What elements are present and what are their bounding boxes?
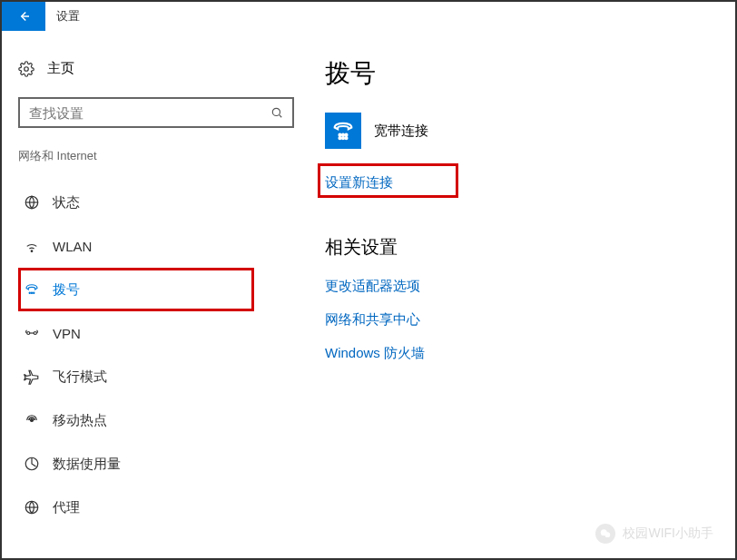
sidebar-item-dialup[interactable]: 拨号 (18, 268, 294, 311)
nav-home-label: 主页 (47, 60, 74, 77)
sidebar-item-wlan[interactable]: WLAN (18, 224, 294, 268)
svg-point-17 (342, 134, 344, 136)
svg-point-2 (272, 108, 280, 115)
back-button[interactable] (2, 2, 45, 31)
dialup-icon (24, 281, 40, 298)
sidebar-item-status[interactable]: 状态 (18, 181, 294, 224)
title-bar: 设置 (2, 2, 735, 31)
sidebar-item-label: WLAN (53, 239, 92, 254)
search-field[interactable] (29, 105, 270, 121)
window-title: 设置 (56, 8, 80, 25)
sidebar-item-hotspot[interactable]: 移动热点 (18, 398, 294, 442)
svg-point-21 (345, 137, 347, 139)
sidebar-item-label: 状态 (53, 194, 80, 211)
proxy-icon (24, 499, 40, 516)
wifi-icon (24, 238, 40, 254)
link-sharing-center[interactable]: 网络和共享中心 (325, 311, 420, 329)
link-new-connection[interactable]: 设置新连接 (325, 174, 393, 192)
search-icon (270, 106, 283, 119)
svg-point-9 (34, 292, 34, 293)
sidebar-item-label: 飞行模式 (53, 368, 107, 386)
sidebar-item-label: 拨号 (53, 281, 80, 299)
hotspot-icon (24, 412, 40, 428)
related-settings-title: 相关设置 (325, 235, 717, 260)
svg-line-3 (280, 115, 282, 118)
nav-home[interactable]: 主页 (18, 56, 294, 81)
svg-point-7 (29, 292, 30, 293)
gear-icon (18, 61, 34, 77)
svg-point-11 (34, 332, 36, 335)
broadband-icon (325, 113, 361, 149)
sidebar-item-label: VPN (53, 326, 81, 341)
link-adapter-options[interactable]: 更改适配器选项 (325, 278, 420, 295)
watermark-text: 校园WIFI小助手 (623, 526, 713, 542)
page-title: 拨号 (325, 56, 717, 91)
arrow-left-icon (15, 8, 32, 25)
svg-point-18 (345, 134, 347, 136)
connection-item[interactable]: 宽带连接 (325, 113, 717, 149)
sidebar-item-datausage[interactable]: 数据使用量 (18, 442, 294, 486)
svg-point-16 (339, 134, 340, 136)
sidebar-category: 网络和 Internet (18, 148, 294, 164)
sidebar: 主页 网络和 Internet 状态 WLAN (2, 31, 310, 558)
sidebar-item-vpn[interactable]: VPN (18, 311, 294, 355)
globe-icon (24, 194, 40, 211)
sidebar-item-proxy[interactable]: 代理 (18, 486, 294, 529)
connection-label: 宽带连接 (374, 123, 428, 140)
airplane-icon (24, 368, 40, 385)
svg-point-6 (31, 251, 33, 252)
sidebar-item-label: 代理 (53, 499, 80, 516)
sidebar-item-airplane[interactable]: 飞行模式 (18, 355, 294, 398)
watermark: 校园WIFI小助手 (595, 524, 713, 544)
svg-point-20 (342, 137, 344, 139)
vpn-icon (24, 325, 40, 341)
sidebar-item-label: 数据使用量 (53, 456, 121, 473)
datausage-icon (24, 456, 40, 472)
wechat-icon (595, 524, 615, 544)
svg-point-23 (605, 532, 611, 537)
main-panel: 拨号 宽带连接 设置新连接 相关设置 更改适配器选项 网络和共享中心 Windo… (310, 31, 735, 558)
svg-point-8 (31, 292, 32, 293)
sidebar-item-label: 移动热点 (53, 412, 107, 429)
link-firewall[interactable]: Windows 防火墙 (325, 345, 425, 362)
svg-point-19 (339, 137, 340, 139)
svg-point-10 (27, 332, 30, 335)
search-input[interactable] (18, 97, 294, 128)
svg-point-12 (31, 419, 34, 422)
svg-point-1 (25, 66, 29, 71)
